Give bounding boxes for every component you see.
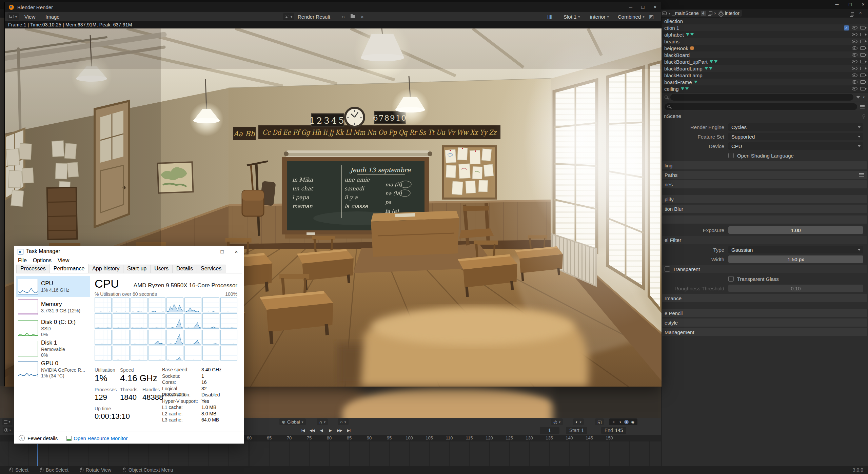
cpu-core-graph[interactable] [220,346,237,360]
new-scene-icon[interactable] [708,11,712,15]
render-maximize-button[interactable]: □ [637,2,649,12]
editor-type-icon[interactable]: ▾ [2,418,12,425]
cpu-core-graph[interactable] [202,330,219,345]
rendered-shading-icon[interactable]: ◉ [631,420,635,424]
disable-in-render-camera-icon[interactable] [860,53,865,57]
pass-dropdown[interactable]: Combined▾ [618,12,644,21]
browse-image-dropdown[interactable]: ▾ [283,13,294,20]
frame-end-field[interactable]: End145 [601,427,626,434]
osl-checkbox[interactable] [728,153,734,158]
view-layer-selector[interactable]: interior [716,10,742,17]
cpu-core-graph[interactable] [131,313,147,328]
hide-in-viewport-eye-icon[interactable] [852,60,857,63]
cpu-core-graph[interactable] [202,346,219,360]
hide-in-viewport-eye-icon[interactable] [852,26,857,29]
device-dropdown[interactable]: CPU [728,142,863,150]
filter-type-dropdown[interactable]: Gaussian [728,246,863,253]
properties-search-field[interactable] [665,103,857,110]
section-grease-pencil[interactable]: e Pencil [662,309,867,317]
presets-icon[interactable] [859,173,864,177]
hide-in-viewport-eye-icon[interactable] [852,40,857,43]
render-slot-icon[interactable]: ◨ [547,12,552,21]
editor-type-dropdown[interactable]: ▾ [7,13,19,20]
view-layer-name[interactable]: interior [725,11,739,16]
outliner-row[interactable]: ceiling [662,85,868,92]
cpu-core-graph[interactable] [131,330,147,345]
scene-name[interactable]: _mainScene [672,11,699,16]
filter-funnel-icon[interactable] [856,96,860,99]
playback-button-4[interactable]: ▶▶ [335,427,344,434]
section-simplify[interactable]: plify [662,195,867,203]
tm-sidebar-memory[interactable]: Memory3.7/31.9 GB (12%) [16,297,90,317]
section-film[interactable] [662,215,867,224]
outliner-row[interactable]: alphabet [662,31,868,38]
transform-orientation-dropdown[interactable]: ⊕ Global▾ [279,418,306,425]
outliner-row[interactable]: ction 1✓ [662,24,868,31]
disable-in-render-camera-icon[interactable] [860,26,865,29]
section-motion-blur[interactable]: tion Blur [662,205,867,213]
cpu-core-graph[interactable] [131,297,147,312]
feature-set-dropdown[interactable]: Supported [728,133,863,140]
section-transparent[interactable]: Transparent [662,265,867,273]
playback-button-2[interactable]: ◀ [317,427,326,434]
disable-in-render-camera-icon[interactable] [860,46,865,50]
render-close-button[interactable]: × [649,2,661,12]
breadcrumb-scene-name[interactable]: nScene [664,113,681,119]
tm-sidebar-gpu-0[interactable]: GPU 0NVIDIA GeForce R...1% (34 °C) [16,359,90,379]
channels-toggle-icon[interactable]: ◩ [649,12,654,21]
hide-in-viewport-eye-icon[interactable] [852,46,857,50]
current-frame-field[interactable]: 1 [540,427,559,434]
playback-button-5[interactable]: ▶| [344,427,353,434]
main-close-button[interactable]: × [862,2,865,7]
tm-sidebar-disk-1[interactable]: Disk 1Removable0% [16,338,90,359]
cpu-core-graph[interactable] [220,297,237,312]
transparent-glass-checkbox[interactable] [728,276,734,282]
render-minimize-button[interactable]: ─ [625,2,636,12]
outliner-row[interactable]: ollection [662,18,868,24]
outliner-item-label[interactable]: blackBoardLamp [664,66,703,71]
proportional-edit-toggle[interactable]: ○▾ [338,418,349,425]
hide-in-viewport-eye-icon[interactable] [852,33,857,36]
cpu-core-graph[interactable] [166,330,183,345]
disable-in-render-camera-icon[interactable] [860,33,865,36]
outliner-row[interactable]: blackBoardLamp [662,72,868,79]
outliner-item-label[interactable]: beigeBook [664,45,688,51]
outliner-item-label[interactable]: blackBoard_upPart [664,59,708,65]
outliner-item-label[interactable]: ction 1 [664,25,679,31]
cpu-core-graph[interactable] [95,330,112,345]
outliner-row[interactable]: blackBoard [662,51,868,58]
outliner-item-label[interactable]: blackBoardLamp [664,73,703,78]
outliner-item-label[interactable]: alphabet [664,32,684,38]
cpu-core-graph[interactable] [149,346,165,360]
section-performance[interactable]: rmance [662,294,867,302]
snap-toggle[interactable]: ∩▾ [317,418,328,425]
cpu-core-graph[interactable] [220,313,237,328]
cpu-core-graph[interactable] [184,346,201,360]
playback-button-0[interactable]: |◀ [298,427,308,434]
open-resource-monitor-link[interactable]: Open Resource Monitor [74,435,127,441]
tm-maximize-button[interactable]: □ [215,246,229,257]
tm-menu-options[interactable]: Options [30,257,55,264]
fewer-details-button[interactable]: Fewer details [27,435,58,441]
main-minimize-button[interactable]: ─ [835,2,839,7]
outliner-item-label[interactable]: beams [664,39,679,44]
outliner-search-field[interactable] [670,94,853,101]
render-engine-dropdown[interactable]: Cycles [728,123,863,131]
outliner-item-label[interactable]: ceiling [664,86,679,92]
cpu-core-graph[interactable] [95,313,112,328]
outliner-row[interactable]: blackBoard_upPart [662,58,868,65]
tm-menu-view[interactable]: View [55,257,72,264]
disable-in-render-camera-icon[interactable] [860,80,865,84]
disable-in-render-camera-icon[interactable] [860,67,865,70]
tm-tab-performance[interactable]: Performance [50,264,89,273]
show-gizmo-toggle[interactable]: ◎▾ [551,418,563,425]
options-icon[interactable] [860,105,865,108]
disable-in-render-camera-icon[interactable] [860,40,865,43]
tm-sidebar-cpu[interactable]: CPU1% 4.16 GHz [16,276,90,297]
outliner-item-label[interactable]: blackBoard [664,52,690,58]
render-window-titlebar[interactable]: Blender Render ─ □ × [5,2,661,12]
cpu-core-graph[interactable] [113,297,130,312]
xray-toggle[interactable]: ◱ [595,418,604,425]
timeline-track[interactable] [0,441,661,466]
tm-menu-file[interactable]: File [15,257,30,264]
